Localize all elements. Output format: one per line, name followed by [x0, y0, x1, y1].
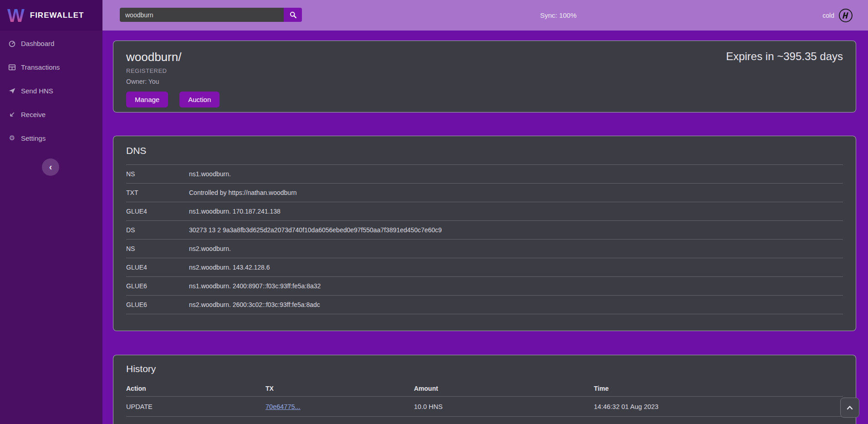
sidebar-collapse-button[interactable]: ‹	[42, 158, 59, 176]
history-action: UPDATE	[126, 403, 266, 410]
dns-record-type: GLUE6	[126, 282, 189, 290]
history-row: RENEW 4f6b3d... 10.0 HNS 15:47:36 07 Feb…	[126, 416, 843, 424]
scroll-to-top-button[interactable]	[840, 398, 859, 418]
dns-title: DNS	[126, 145, 843, 156]
dns-record-type: NS	[126, 170, 189, 178]
dns-record-type: TXT	[126, 189, 189, 196]
app-title: FIREWALLET	[30, 11, 84, 20]
wallet-name: cold	[822, 12, 834, 19]
history-table: Action TX Amount Time UPDATE 70e64775...…	[126, 381, 843, 424]
receive-icon	[8, 111, 16, 118]
main-content: woodburn/ Expires in ~395.35 days REGIST…	[102, 31, 868, 424]
sidebar-item-receive[interactable]: Receive	[0, 102, 102, 126]
history-time: 14:46:32 01 Aug 2023	[594, 403, 843, 410]
history-card: History Action TX Amount Time UPDATE 70e…	[113, 355, 856, 424]
dns-record-value: Controlled by https://nathan.woodburn	[189, 189, 843, 196]
chevron-left-icon: ‹	[49, 162, 52, 171]
firewallet-logo-icon: W	[7, 6, 25, 25]
transactions-icon	[8, 63, 16, 71]
sidebar: W FIREWALLET Dashboard Transactions Send…	[0, 0, 102, 424]
sidebar-item-label: Transactions	[21, 63, 60, 71]
search-icon	[289, 11, 297, 19]
search-button[interactable]	[284, 8, 302, 22]
app-logo: W FIREWALLET	[0, 0, 102, 31]
domain-name: woodburn/	[126, 50, 181, 64]
dns-record-value: ns1.woodburn. 170.187.241.138	[189, 208, 843, 215]
sidebar-item-label: Send HNS	[21, 87, 53, 95]
domain-card: woodburn/ Expires in ~395.35 days REGIST…	[113, 41, 856, 112]
dns-record-row: NS ns2.woodburn.	[126, 239, 843, 258]
sidebar-item-label: Settings	[21, 134, 46, 142]
domain-owner: Owner: You	[126, 78, 843, 85]
dns-record-row: GLUE6 ns1.woodburn. 2400:8907::f03c:93ff…	[126, 276, 843, 295]
dns-record-value: ns2.woodburn. 2600:3c02::f03c:93ff:fe5a:…	[189, 301, 843, 308]
auction-button[interactable]: Auction	[179, 92, 220, 107]
history-col-action: Action	[126, 385, 266, 392]
sidebar-item-label: Dashboard	[21, 40, 54, 47]
dns-record-type: DS	[126, 226, 189, 234]
dns-record-row: TXT Controlled by https://nathan.woodbur…	[126, 183, 843, 202]
dns-record-row: DS 30273 13 2 9a3a8fb3d625d2a2073d740f10…	[126, 220, 843, 239]
sidebar-item-dashboard[interactable]: Dashboard	[0, 31, 102, 55]
history-amount: 10.0 HNS	[414, 403, 594, 410]
sidebar-item-settings[interactable]: ⚙ Settings	[0, 126, 102, 150]
topbar: Sync: 100% cold	[102, 0, 868, 31]
dns-record-value: ns2.woodburn. 143.42.128.6	[189, 264, 843, 271]
search-input[interactable]	[120, 8, 284, 22]
history-col-tx: TX	[266, 385, 414, 392]
dns-record-value: ns1.woodburn. 2400:8907::f03c:93ff:fe5a:…	[189, 282, 843, 290]
dns-record-value: 30273 13 2 9a3a8fb3d625d2a2073d740f10da6…	[189, 226, 843, 234]
dns-record-row: GLUE6 ns2.woodburn. 2600:3c02::f03c:93ff…	[126, 295, 843, 314]
dns-record-type: GLUE6	[126, 301, 189, 308]
dns-record-type: NS	[126, 245, 189, 252]
dns-record-row: GLUE4 ns1.woodburn. 170.187.241.138	[126, 202, 843, 220]
chevron-up-icon	[847, 405, 853, 410]
dns-record-type: GLUE4	[126, 264, 189, 271]
history-header-row: Action TX Amount Time	[126, 381, 843, 396]
history-col-amount: Amount	[414, 385, 594, 392]
send-icon	[8, 87, 16, 95]
dns-record-row: GLUE4 ns2.woodburn. 143.42.128.6	[126, 258, 843, 276]
manage-button[interactable]: Manage	[126, 92, 168, 107]
history-row: UPDATE 70e64775... 10.0 HNS 14:46:32 01 …	[126, 396, 843, 416]
dashboard-icon	[8, 40, 16, 47]
dns-record-row: NS ns1.woodburn.	[126, 164, 843, 183]
gear-icon: ⚙	[8, 134, 16, 142]
sidebar-nav: Dashboard Transactions Send HNS Receive …	[0, 31, 102, 150]
dns-record-value: ns1.woodburn.	[189, 170, 843, 178]
domain-status: REGISTERED	[126, 67, 843, 74]
history-title: History	[126, 363, 843, 374]
dns-record-value: ns2.woodburn.	[189, 245, 843, 252]
dns-record-type: GLUE4	[126, 208, 189, 215]
handshake-icon	[839, 9, 853, 22]
dns-table: NS ns1.woodburn. TXT Controlled by https…	[126, 164, 843, 314]
tx-link[interactable]: 70e64775...	[266, 403, 301, 410]
search-group	[120, 8, 302, 22]
sync-status: Sync: 100%	[540, 0, 577, 31]
wallet-selector[interactable]: cold	[822, 0, 853, 31]
sidebar-item-transactions[interactable]: Transactions	[0, 55, 102, 79]
sidebar-item-send-hns[interactable]: Send HNS	[0, 79, 102, 102]
domain-expiry: Expires in ~395.35 days	[726, 50, 843, 63]
sidebar-item-label: Receive	[21, 111, 46, 118]
dns-card: DNS NS ns1.woodburn. TXT Controlled by h…	[113, 136, 856, 331]
history-col-time: Time	[594, 385, 843, 392]
